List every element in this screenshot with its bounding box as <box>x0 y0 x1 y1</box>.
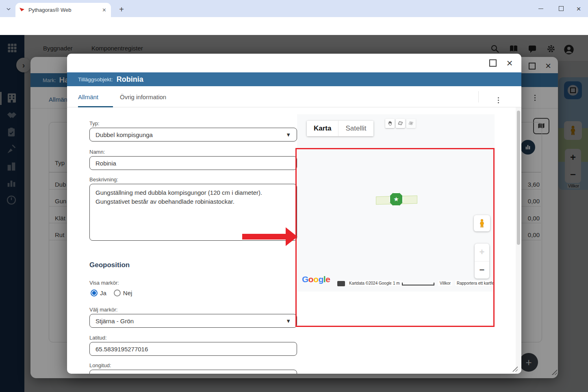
beskrivning-textarea-wrap: Gungställning med dubbla kompisgungor (1… <box>89 184 297 241</box>
modal-header: Tilläggsobjekt: Robinia <box>67 72 521 86</box>
latitud-value: 65.5839195277016 <box>95 346 148 353</box>
draw-polygon-icon[interactable] <box>396 119 405 128</box>
pan-hand-icon[interactable] <box>385 119 395 128</box>
radio-nej[interactable] <box>114 290 121 296</box>
latitud-input[interactable]: 65.5839195277016 <box>89 342 297 356</box>
longitud-value: 22.1916637569241 <box>95 373 148 374</box>
active-tab-underline <box>78 106 113 107</box>
tab-allmant[interactable]: Allmänt <box>78 86 98 107</box>
chevron-down-icon: ▼ <box>286 318 291 324</box>
tab-title: Pythagoras® Web <box>28 7 101 13</box>
longitud-input[interactable]: 22.1916637569241 <box>89 370 297 374</box>
chevron-down-icon: ▼ <box>286 132 291 138</box>
radio-ja-label: Ja <box>100 290 106 296</box>
delete-polygon-icon[interactable] <box>406 119 416 128</box>
valj-markor-label: Välj markör: <box>89 307 117 313</box>
tab-search-chevron-icon[interactable] <box>3 4 14 14</box>
app-viewport: Byggnader Komponentregister › <box>0 35 588 392</box>
new-tab-button[interactable]: + <box>116 4 127 15</box>
modal-tab-bar: Allmänt Övrig information <box>67 86 521 107</box>
radio-ja[interactable] <box>91 290 98 296</box>
modal-scrollbar-thumb[interactable] <box>517 111 520 245</box>
modal-resize-handle[interactable] <box>512 366 518 372</box>
screenshot-root: Pythagoras® Web × + × ← → pim.pythagoras… <box>0 0 588 392</box>
latitud-label: Latitud: <box>89 335 107 341</box>
modal-maximize-button[interactable] <box>488 58 498 68</box>
geoposition-heading: Geoposition <box>89 261 130 269</box>
map-drawing-tools <box>385 119 416 128</box>
browser-tab[interactable]: Pythagoras® Web × <box>15 3 111 17</box>
beskrivning-textarea[interactable]: Gungställning med dubbla kompisgungor (1… <box>89 184 297 241</box>
annotation-red-arrow <box>242 234 286 240</box>
modal-close-button[interactable]: × <box>504 58 515 68</box>
annotation-red-rectangle <box>295 148 495 327</box>
namn-label: Namn: <box>89 149 105 155</box>
window-close-button[interactable]: × <box>573 5 584 12</box>
browser-tab-strip: Pythagoras® Web × + × <box>0 0 588 17</box>
longitud-label: Longitud: <box>89 362 111 368</box>
map-type-control: Karta Satellit <box>307 121 373 136</box>
divider <box>478 91 479 102</box>
valj-markor-value: Stjärna - Grön <box>95 318 134 324</box>
modal-title-label: Tilläggsobjekt: <box>78 76 113 83</box>
modal-title-value: Robinia <box>117 75 143 84</box>
typ-label: Typ: <box>89 120 100 126</box>
window-minimize-button[interactable] <box>536 5 546 12</box>
namn-input[interactable]: Robinia <box>89 156 297 170</box>
visa-markor-label: Visa markör: <box>89 280 119 286</box>
map-type-karta-button[interactable]: Karta <box>307 121 338 136</box>
valj-markor-select[interactable]: Stjärna - Grön ▼ <box>89 314 297 328</box>
favicon-flag-icon <box>19 7 25 13</box>
tab-ovrig-information[interactable]: Övrig information <box>120 86 166 107</box>
modal-menu-icon[interactable] <box>498 95 499 102</box>
window-maximize-button[interactable] <box>556 5 566 12</box>
namn-input-value: Robinia <box>95 160 116 167</box>
typ-select[interactable]: Dubbel kompisgunga ▼ <box>89 128 297 142</box>
tab-close-icon[interactable]: × <box>101 6 108 14</box>
visa-markor-radio-group: Ja Nej <box>91 290 132 296</box>
typ-select-value: Dubbel kompisgunga <box>95 131 153 138</box>
browser-toolbar: ← → pim.pythagoras.se/py_datamanager_int… <box>0 17 588 35</box>
radio-nej-label: Nej <box>123 290 132 296</box>
annotation-red-arrow-head <box>286 227 297 246</box>
map-type-satellit-button[interactable]: Satellit <box>338 121 373 136</box>
beskrivning-label: Beskrivning: <box>89 176 118 183</box>
